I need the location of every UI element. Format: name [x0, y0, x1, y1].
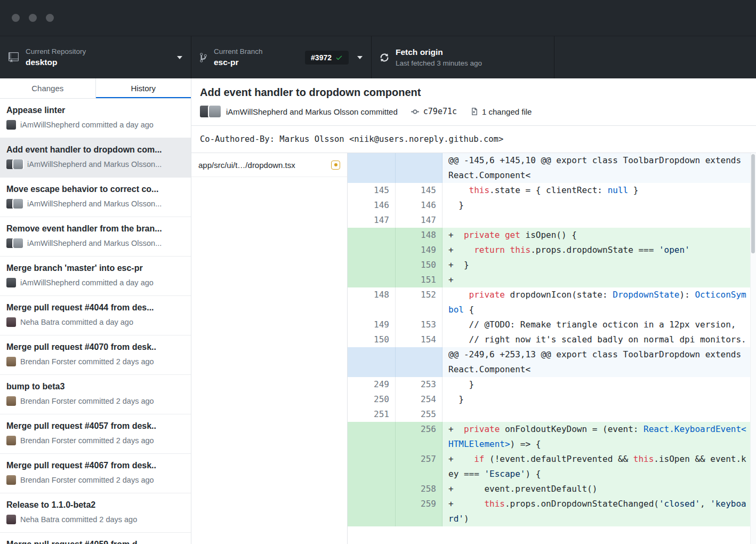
diff-row: 258+ event.preventDefault() [348, 482, 756, 497]
code-line: + } [443, 258, 756, 273]
commit-list-item[interactable]: Release to 1.1.0-beta2Neha Batra committ… [0, 493, 191, 533]
branch-name: esc-pr [214, 58, 263, 67]
commit-list-item[interactable]: Remove event handler from the bran...iAm… [0, 217, 191, 257]
diff-scrollbar[interactable] [750, 153, 756, 544]
old-line-number [348, 228, 396, 243]
commit-item-meta: iAmWillShepherd and Markus Olsson... [6, 159, 184, 169]
new-line-number: 146 [396, 198, 443, 213]
commit-list-item[interactable]: Merge pull request #4070 from desk..Bren… [0, 335, 191, 375]
new-line-number: 257 [396, 452, 443, 482]
commit-list-item[interactable]: Appease linteriAmWillShepherd committed … [0, 99, 191, 138]
commit-item-meta: iAmWillShepherd and Markus Olsson... [6, 238, 184, 248]
avatar [6, 436, 16, 445]
minimize-button[interactable] [29, 14, 37, 22]
old-line-number [348, 243, 396, 258]
code-line: + return this.props.dropdownState === 'o… [443, 243, 756, 258]
history-sidebar: Changes History Appease linteriAmWillShe… [0, 78, 191, 544]
commit-list-item[interactable]: bump to beta3Brendan Forster committed 2… [0, 375, 191, 414]
commit-summary-title: Add event handler to dropdown component [200, 86, 747, 99]
code-line: this.state = { clientRect: null } [443, 183, 756, 198]
pull-request-badge: #3972 [305, 51, 349, 65]
new-line-number: 153 [396, 317, 443, 332]
commit-item-meta-text: Neha Batra committed a day ago [20, 318, 133, 326]
old-line-number [348, 347, 396, 377]
new-line-number: 148 [396, 228, 443, 243]
old-line-number: 150 [348, 332, 396, 347]
tab-changes-label: Changes [31, 84, 63, 93]
commit-list-item[interactable]: Merge pull request #4059 from d...Neha B… [0, 533, 191, 544]
new-line-number: 150 [396, 258, 443, 273]
old-line-number: 149 [348, 317, 396, 332]
changed-file-name: app/src/ui/t…/dropdown.tsx [198, 161, 326, 170]
commit-item-meta-text: Neha Batra committed 2 days ago [20, 515, 137, 524]
diff-row: 259+ this.props.onDropdownStateChanged('… [348, 497, 756, 526]
old-line-number [348, 153, 396, 183]
close-button[interactable] [12, 14, 20, 22]
diff-scrollbar-thumb[interactable] [751, 154, 755, 253]
github-desktop-window: Current Repository desktop Current Branc… [0, 0, 756, 544]
tab-history[interactable]: History [96, 78, 191, 98]
commit-item-title: Add event handler to dropdown com... [6, 145, 184, 155]
commit-item-title: Appease linter [6, 106, 184, 115]
commit-item-meta: iAmWillShepherd committed a day ago [6, 120, 184, 130]
code-line: + this.props.onDropdownStateChanged('clo… [443, 497, 756, 526]
commit-item-avatars [6, 396, 16, 406]
code-line: } [443, 377, 756, 392]
avatar [6, 357, 16, 366]
sync-icon [380, 52, 389, 63]
commit-item-avatars [6, 159, 23, 169]
commit-list-item[interactable]: Add event handler to dropdown com...iAmW… [0, 138, 191, 178]
code-line: } [443, 392, 756, 407]
diff-row: 250254 } [348, 392, 756, 407]
old-line-number: 148 [348, 287, 396, 317]
avatar [13, 159, 23, 169]
titlebar [0, 0, 756, 36]
old-line-number: 251 [348, 407, 396, 422]
code-line [443, 213, 756, 228]
changed-file-row[interactable]: app/src/ui/t…/dropdown.tsx [191, 153, 347, 177]
fetch-origin-button[interactable]: Fetch origin Last fetched 3 minutes ago [372, 36, 554, 78]
git-commit-icon [411, 107, 420, 116]
commit-item-title: bump to beta3 [6, 382, 184, 391]
commit-item-avatars [6, 436, 16, 445]
diff-row: @@ -145,6 +145,10 @@ export class Toolba… [348, 153, 756, 183]
commit-item-meta-text: iAmWillShepherd and Markus Olsson... [27, 239, 162, 247]
changed-files-panel: app/src/ui/t…/dropdown.tsx [191, 153, 348, 544]
new-line-number: 149 [396, 243, 443, 258]
commit-item-title: Merge branch 'master' into esc-pr [6, 263, 184, 273]
commit-item-avatars [6, 515, 16, 524]
diff-row: 150+ } [348, 258, 756, 273]
branch-switcher-button[interactable]: Current Branch esc-pr #3972 [191, 36, 372, 78]
commit-list-item[interactable]: Move escape behavior to correct co...iAm… [0, 178, 191, 217]
commit-list-item[interactable]: Merge pull request #4067 from desk..Bren… [0, 454, 191, 493]
diff-row: 149+ return this.props.dropdownState ===… [348, 243, 756, 258]
avatar [209, 106, 221, 117]
code-line: + [443, 273, 756, 287]
code-line: + private get isOpen() { [443, 228, 756, 243]
tab-changes[interactable]: Changes [0, 78, 96, 98]
diff-row: 151+ [348, 273, 756, 287]
new-line-number: 256 [396, 422, 443, 452]
repository-label: Current Repository [26, 47, 86, 55]
old-line-number: 249 [348, 377, 396, 392]
code-line: @@ -145,6 +145,10 @@ export class Toolba… [443, 153, 756, 183]
commit-list-item[interactable]: Merge branch 'master' into esc-priAmWill… [0, 257, 191, 296]
commit-sha-group: c79e71c [411, 107, 457, 116]
maximize-button[interactable] [46, 14, 54, 22]
commit-item-meta: Brendan Forster committed 2 days ago [6, 357, 184, 366]
repository-switcher-button[interactable]: Current Repository desktop [0, 36, 191, 78]
commit-list-item[interactable]: Merge pull request #4044 from des...Neha… [0, 296, 191, 335]
avatar [13, 199, 23, 209]
commit-byline: iAmWillShepherd and Markus Olsson commit… [226, 107, 398, 116]
diff-row: 249253 } [348, 377, 756, 392]
commit-item-meta-text: Brendan Forster committed 2 days ago [20, 476, 154, 484]
chevron-down-icon [357, 56, 363, 59]
code-line: @@ -249,6 +253,13 @@ export class Toolba… [443, 347, 756, 377]
commit-item-avatars [6, 120, 16, 130]
old-line-number [348, 452, 396, 482]
old-line-number: 147 [348, 213, 396, 228]
commit-list-item[interactable]: Merge pull request #4057 from desk..Bren… [0, 414, 191, 454]
new-line-number: 255 [396, 407, 443, 422]
code-line: + private onFoldoutKeyDown = (event: Rea… [443, 422, 756, 452]
commit-item-title: Merge pull request #4057 from desk.. [6, 421, 184, 431]
